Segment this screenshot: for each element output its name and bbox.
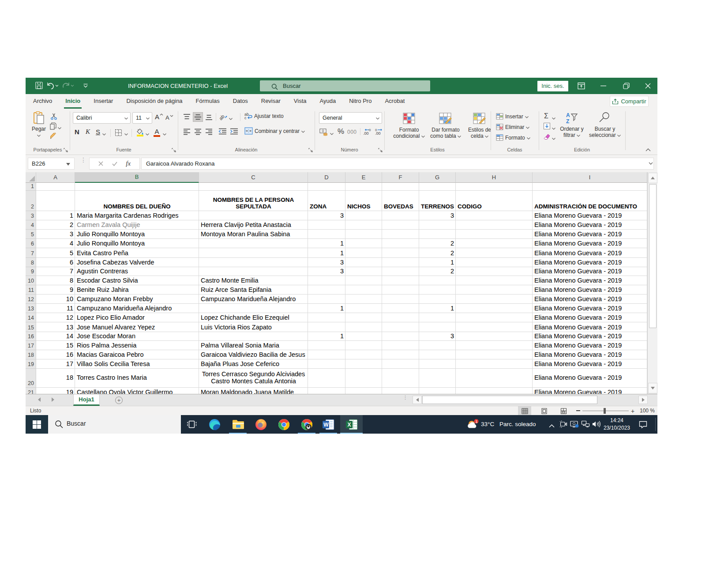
cell-G7[interactable]: 2 xyxy=(419,248,456,258)
row-header-11[interactable]: 11 xyxy=(26,285,36,295)
cell-F10[interactable] xyxy=(382,276,419,285)
cell-C2[interactable]: NOMBRES DE LA PERSONASEPULTADA xyxy=(199,191,308,211)
cell-C8[interactable] xyxy=(199,258,308,267)
cell-G14[interactable] xyxy=(419,313,456,322)
cell-H9[interactable] xyxy=(456,267,533,276)
cell-A4[interactable]: 2 xyxy=(36,220,75,230)
row-header-4[interactable]: 4 xyxy=(26,220,36,230)
cell-E12[interactable] xyxy=(345,295,382,304)
cell-E13[interactable] xyxy=(345,304,382,313)
cell-F17[interactable] xyxy=(382,341,419,350)
cell-E4[interactable] xyxy=(345,220,382,230)
vertical-scroll-thumb[interactable] xyxy=(649,184,657,328)
cell-D9[interactable]: 3 xyxy=(308,267,345,276)
cell-E21[interactable] xyxy=(345,388,382,394)
cell-E7[interactable] xyxy=(345,248,382,258)
cell-G2[interactable]: TERRENOS xyxy=(419,191,456,211)
align-top-icon[interactable] xyxy=(182,112,192,122)
cell-A15[interactable]: 13 xyxy=(36,322,75,332)
cell-F6[interactable] xyxy=(382,239,419,248)
taskbar-excel-icon[interactable]: X xyxy=(345,418,358,431)
font-color-dropdown-icon[interactable] xyxy=(163,131,166,137)
cell-G11[interactable] xyxy=(419,285,456,295)
scrollbar-grip[interactable]: ⋮ xyxy=(403,397,408,399)
cell-B20[interactable]: Torres Castro Ines Maria xyxy=(75,369,199,388)
cell-G5[interactable] xyxy=(419,230,456,239)
cell-I18[interactable]: Eliana Moreno Guevara - 2019 xyxy=(533,350,647,359)
taskbar-chrome-icon[interactable] xyxy=(278,418,290,431)
column-header-G[interactable]: G xyxy=(419,172,456,183)
font-size-combo[interactable]: 11 xyxy=(132,112,152,124)
cell-I10[interactable]: Eliana Moreno Guevara - 2019 xyxy=(533,276,647,285)
cell-A16[interactable]: 14 xyxy=(36,332,75,341)
cell-I11[interactable]: Eliana Moreno Guevara - 2019 xyxy=(533,285,647,295)
align-right-icon[interactable] xyxy=(204,127,214,137)
ribbon-tab-acrobat[interactable]: Acrobat xyxy=(378,94,411,109)
font-name-combo[interactable]: Calibri xyxy=(73,112,131,124)
scroll-down-button[interactable] xyxy=(648,383,657,393)
cell-F8[interactable] xyxy=(382,258,419,267)
confirm-entry-icon[interactable] xyxy=(112,162,117,166)
cell-I4[interactable]: Eliana Moreno Guevara - 2019 xyxy=(533,220,647,230)
cell-B16[interactable]: Jose Escodar Moran xyxy=(75,332,199,341)
column-header-D[interactable]: D xyxy=(308,172,345,183)
cell-G20[interactable] xyxy=(419,369,456,388)
taskbar-edge-icon[interactable] xyxy=(208,418,221,431)
cell-G16[interactable]: 3 xyxy=(419,332,456,341)
cell-B5[interactable]: Julio Ronquillo Montoya xyxy=(75,230,199,239)
paste-button[interactable]: Pegar xyxy=(29,111,49,138)
cell-D6[interactable]: 1 xyxy=(308,239,345,248)
orientation-icon[interactable]: ab xyxy=(219,112,228,122)
align-center-icon[interactable] xyxy=(193,127,203,137)
restore-button[interactable] xyxy=(616,78,636,94)
cell-I19[interactable]: Eliana Moreno Guevara - 2019 xyxy=(533,359,647,369)
underline-dropdown-icon[interactable] xyxy=(102,131,106,137)
share-button[interactable]: Compartir xyxy=(610,96,649,107)
row-header-14[interactable]: 14 xyxy=(26,313,36,322)
cell-F15[interactable] xyxy=(382,322,419,332)
page-break-view-button[interactable] xyxy=(557,406,570,416)
cell-G12[interactable] xyxy=(419,295,456,304)
task-view-button[interactable] xyxy=(186,418,198,431)
cell-B4[interactable]: Carmen Zavala Quijije xyxy=(75,220,199,230)
cell-G6[interactable]: 2 xyxy=(419,239,456,248)
cell-C10[interactable]: Castro Monte Emilia xyxy=(199,276,308,285)
meet-now-icon[interactable] xyxy=(559,420,568,430)
cell-H3[interactable] xyxy=(456,211,533,220)
insert-function-icon[interactable]: fx xyxy=(126,160,131,167)
merge-center-button[interactable]: Combinar y centrar xyxy=(244,127,305,135)
action-center-icon[interactable] xyxy=(639,421,647,430)
ribbon-tab-disposici-n-de-p-gina[interactable]: Disposición de página xyxy=(120,94,189,109)
vertical-scrollbar[interactable] xyxy=(647,172,657,394)
cell-B15[interactable]: Jose Manuel Alvarez Yepez xyxy=(75,322,199,332)
wrap-text-button[interactable]: abc Ajustar texto xyxy=(244,112,284,120)
cell-C13[interactable] xyxy=(199,304,308,313)
delete-cells-button[interactable]: Eliminar xyxy=(496,123,529,131)
cell-H11[interactable] xyxy=(456,285,533,295)
cell-A2[interactable] xyxy=(36,191,75,211)
cell-D10[interactable] xyxy=(308,276,345,285)
increase-indent-icon[interactable] xyxy=(230,128,238,136)
cell-H4[interactable] xyxy=(456,220,533,230)
taskbar-search-box[interactable]: Buscar xyxy=(48,415,181,434)
cell-I5[interactable]: Eliana Moreno Guevara - 2019 xyxy=(533,230,647,239)
cell-E18[interactable] xyxy=(345,350,382,359)
column-header-E[interactable]: E xyxy=(345,172,382,183)
accounting-format-icon[interactable] xyxy=(319,128,328,137)
cell-G4[interactable] xyxy=(419,220,456,230)
cell-G21[interactable] xyxy=(419,388,456,394)
find-select-button[interactable]: Buscar y seleccionar xyxy=(587,111,623,138)
cell-G1[interactable] xyxy=(419,183,456,191)
cell-C4[interactable]: Herrera Clavijo Petita Anastacia xyxy=(199,220,308,230)
cell-E16[interactable] xyxy=(345,332,382,341)
cell-G9[interactable]: 2 xyxy=(419,267,456,276)
comma-style-button[interactable]: 000 xyxy=(347,129,357,135)
ribbon-tab-vista[interactable]: Vista xyxy=(287,94,313,109)
cell-D7[interactable]: 1 xyxy=(308,248,345,258)
cell-H6[interactable] xyxy=(456,239,533,248)
page-layout-view-button[interactable] xyxy=(537,406,551,416)
select-all-corner[interactable] xyxy=(26,172,36,183)
zoom-out-icon[interactable] xyxy=(576,410,580,411)
cell-G17[interactable] xyxy=(419,341,456,350)
horizontal-scrollbar[interactable] xyxy=(413,395,648,405)
